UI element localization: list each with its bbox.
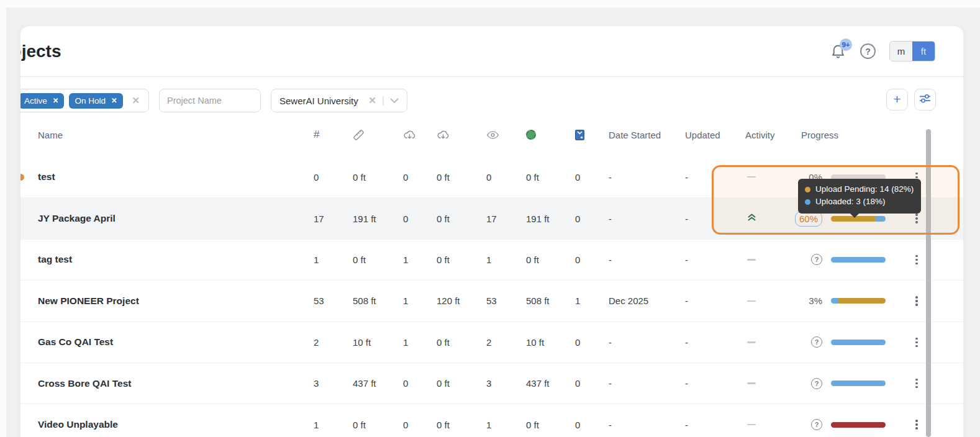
table-row[interactable]: tag test 1 0 ft 1 0 ft 1 0 ft 0 - - ? xyxy=(20,239,963,280)
status-filter[interactable]: Active ✕ On Hold ✕ ✕ xyxy=(20,89,149,112)
column-updated[interactable]: Updated xyxy=(685,130,745,140)
table-actions: + xyxy=(886,89,936,110)
status-dot xyxy=(20,174,24,181)
upload-footage: 0 ft xyxy=(437,420,486,430)
project-name-link[interactable]: Cross Bore QAI Test xyxy=(38,378,131,389)
upload-footage: 0 ft xyxy=(437,172,486,182)
report-count: 0 xyxy=(575,420,609,430)
remove-chip-icon[interactable]: ✕ xyxy=(111,96,117,105)
column-activity[interactable]: Activity xyxy=(745,130,801,140)
progress-bar[interactable] xyxy=(831,257,886,263)
table-row[interactable]: Gas Co QAI Test 2 10 ft 1 0 ft 2 10 ft 0… xyxy=(20,322,963,363)
progress-bar[interactable] xyxy=(831,422,886,428)
project-name-input[interactable] xyxy=(167,96,253,106)
reviewed-footage: 508 ft xyxy=(526,295,575,306)
activity-none-icon xyxy=(747,176,756,178)
project-name-link[interactable]: New PIONEER Project xyxy=(38,295,139,306)
row-menu-button[interactable] xyxy=(913,255,920,264)
inspection-count: 3 xyxy=(314,378,353,389)
date-started: - xyxy=(609,378,685,389)
progress-tooltip: Upload Pending: 14 (82%) Uploaded: 3 (18… xyxy=(798,179,921,214)
column-progress[interactable]: Progress xyxy=(801,130,914,140)
unit-option-ft[interactable]: ft xyxy=(912,42,935,61)
organization-filter[interactable]: SewerAI University ✕ | xyxy=(271,89,407,112)
clear-organization-icon[interactable]: ✕ xyxy=(368,95,376,106)
cloud-download-icon[interactable] xyxy=(403,129,437,141)
report-count: 0 xyxy=(575,255,609,265)
progress-unknown-icon[interactable]: ? xyxy=(811,378,822,389)
report-count: 0 xyxy=(575,214,609,224)
reviewed-count: 0 xyxy=(486,172,526,182)
upload-footage: 0 ft xyxy=(437,214,486,224)
tooltip-line: Uploaded: 3 (18%) xyxy=(805,196,914,208)
vertical-scrollbar[interactable] xyxy=(926,129,931,437)
reviewed-footage: 0 ft xyxy=(526,420,575,430)
column-date-started[interactable]: Date Started xyxy=(609,130,685,140)
hash-icon[interactable]: # xyxy=(314,128,353,141)
footage: 0 ft xyxy=(353,255,403,265)
notification-badge: 9+ xyxy=(840,38,852,51)
footage: 508 ft xyxy=(353,295,403,306)
separator: | xyxy=(382,95,384,106)
table-row[interactable]: New PIONEER Project 53 508 ft 1 120 ft 5… xyxy=(20,280,963,321)
page-background-top xyxy=(0,0,980,7)
date-started: - xyxy=(609,255,685,265)
status-chip-active[interactable]: Active ✕ xyxy=(20,93,64,109)
ruler-icon[interactable] xyxy=(353,129,403,141)
upload-count: 0 xyxy=(403,172,437,182)
row-menu-button[interactable] xyxy=(913,338,920,347)
plus-icon: + xyxy=(893,92,901,106)
row-menu-button[interactable] xyxy=(913,379,920,388)
table-row[interactable]: Cross Bore QAI Test 3 437 ft 0 0 ft 3 43… xyxy=(20,363,963,403)
reviewed-footage: 0 ft xyxy=(526,172,575,182)
date-started: Dec 2025 xyxy=(609,295,685,306)
updated: - xyxy=(685,214,745,224)
project-name-link[interactable]: JY Package April xyxy=(38,213,116,223)
add-project-button[interactable]: + xyxy=(886,89,908,110)
inspection-count: 0 xyxy=(314,172,353,182)
remove-chip-icon[interactable]: ✕ xyxy=(53,96,59,105)
inspection-count: 53 xyxy=(314,295,353,306)
reviewed-footage: 10 ft xyxy=(526,337,575,348)
row-menu-button[interactable] xyxy=(913,420,920,429)
footage: 0 ft xyxy=(353,172,403,182)
progress-bar[interactable] xyxy=(831,340,886,345)
progress-unknown-icon[interactable]: ? xyxy=(811,254,822,265)
column-name[interactable]: Name xyxy=(20,130,314,140)
eye-icon[interactable] xyxy=(486,130,526,140)
unit-toggle: m ft xyxy=(889,41,935,61)
chevron-down-icon[interactable] xyxy=(390,95,399,106)
upload-footage: 0 ft xyxy=(437,255,486,265)
reviewed-count: 53 xyxy=(486,295,526,306)
status-circle-icon[interactable] xyxy=(526,130,575,140)
unit-option-m[interactable]: m xyxy=(890,42,912,61)
uploaded-dot xyxy=(805,199,810,205)
date-started: - xyxy=(609,214,685,224)
row-menu-button[interactable] xyxy=(913,214,920,223)
upload-count: 0 xyxy=(403,214,437,224)
projects-card: Projects 9+ ? m ft Active ✕ xyxy=(20,26,963,437)
project-name-link[interactable]: test xyxy=(38,171,55,182)
row-menu-button[interactable] xyxy=(913,296,920,305)
project-name-link[interactable]: tag test xyxy=(38,254,72,264)
project-name-link[interactable]: Video Unplayable xyxy=(38,419,118,430)
progress-bar[interactable] xyxy=(831,381,886,386)
table-settings-button[interactable] xyxy=(914,89,936,110)
project-name-link[interactable]: Gas Co QAI Test xyxy=(38,336,113,347)
report-icon[interactable] xyxy=(575,130,609,140)
cloud-download-icon[interactable] xyxy=(437,129,486,141)
progress-bar[interactable] xyxy=(831,298,886,304)
status-chip-onhold[interactable]: On Hold ✕ xyxy=(69,93,122,109)
report-count: 0 xyxy=(575,378,609,389)
report-count: 0 xyxy=(575,337,609,348)
project-name-filter[interactable] xyxy=(159,89,261,112)
notifications-button[interactable]: 9+ xyxy=(830,43,846,60)
progress-unknown-icon[interactable]: ? xyxy=(811,419,822,430)
progress-unknown-icon[interactable]: ? xyxy=(811,336,822,348)
help-button[interactable]: ? xyxy=(860,43,876,59)
upload-footage: 0 ft xyxy=(437,378,486,389)
table-row[interactable]: Video Unplayable 1 0 ft 0 0 ft 1 0 ft 0 … xyxy=(20,403,963,437)
activity-none-icon xyxy=(747,259,756,261)
clear-status-filter-icon[interactable]: ✕ xyxy=(132,95,140,106)
inspection-count: 1 xyxy=(314,420,353,430)
